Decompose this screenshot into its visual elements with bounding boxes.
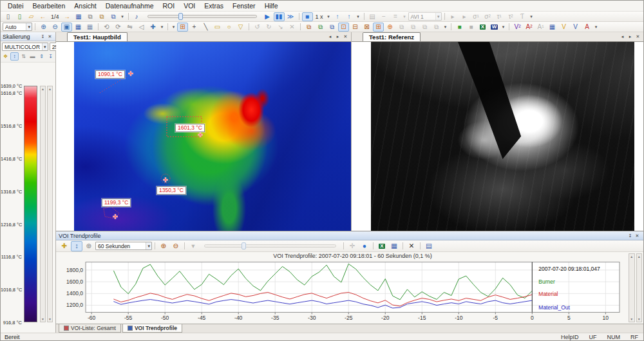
redo-roi-icon[interactable]: ↻: [263, 23, 274, 32]
tab-referenz[interactable]: Test1: Referenz: [363, 32, 421, 41]
time-slider[interactable]: [204, 244, 336, 248]
shrink-range-icon[interactable]: ↧: [46, 52, 55, 61]
voi-up-icon[interactable]: V: [570, 23, 581, 32]
zoom-in-icon[interactable]: ⊕: [38, 23, 49, 32]
temperature-annotation[interactable]: 1199,3 °C: [102, 199, 131, 207]
export-image-icon[interactable]: ⧉: [97, 12, 108, 21]
step-up-icon[interactable]: ↑: [332, 12, 343, 21]
autoscale-chart-icon[interactable]: ↕: [71, 241, 82, 251]
stat-tau2-icon[interactable]: τ²: [506, 12, 516, 21]
play-dropdown-icon[interactable]: ▾: [355, 12, 361, 21]
arrow-up-icon[interactable]: ▲: [48, 87, 52, 91]
clear-trend-icon[interactable]: ✕: [406, 241, 417, 251]
zoom-out-icon[interactable]: ⊖: [50, 23, 61, 32]
stat-tau1-icon[interactable]: τ¹: [494, 12, 505, 21]
stop-icon[interactable]: ■: [302, 12, 313, 21]
fast-forward-icon[interactable]: ≫: [285, 12, 296, 21]
export-excel-icon[interactable]: X: [477, 23, 488, 32]
profile-zoom-out-icon[interactable]: ⊖: [170, 241, 182, 251]
pan-dropdown-icon[interactable]: ▾: [159, 23, 165, 32]
stat-sigma2-icon[interactable]: σ²: [482, 12, 493, 21]
crosshair-marker[interactable]: [163, 177, 168, 182]
voi-down-icon[interactable]: V: [558, 23, 569, 32]
add-roi-icon[interactable]: ⊞: [177, 23, 188, 32]
pan-icon[interactable]: ✚: [147, 23, 158, 32]
voi-dropdown-icon[interactable]: ▾: [593, 23, 599, 32]
trend-table-icon[interactable]: ▦: [388, 241, 400, 251]
link-images-icon[interactable]: ▤: [367, 12, 378, 21]
show-legend-icon[interactable]: ●: [359, 241, 370, 251]
arrow-down-icon[interactable]: ▼: [630, 317, 633, 321]
slider-thumb[interactable]: [178, 13, 183, 20]
pan-chart-icon[interactable]: ✚: [59, 241, 70, 251]
menu-item-hilfe[interactable]: Hilfe: [260, 1, 283, 10]
pin-icon[interactable]: ↧: [627, 232, 634, 239]
palette-icon[interactable]: ❖: [1, 52, 10, 61]
trend-y-scrollbar[interactable]: ▲▼: [629, 253, 635, 322]
menu-item-datei[interactable]: Datei: [3, 1, 28, 10]
voi-a1-icon[interactable]: A¹: [535, 23, 546, 32]
colorbar[interactable]: [24, 86, 37, 322]
draw-line-icon[interactable]: ╲: [200, 23, 211, 32]
tab-next-icon[interactable]: ▸: [334, 34, 341, 41]
copy-image-icon[interactable]: ⧉: [85, 12, 96, 21]
trend-tab-voi-trendprofile[interactable]: VOI Trendprofile: [122, 324, 182, 333]
next-frame-icon[interactable]: →: [62, 12, 73, 21]
voi-a2-icon[interactable]: A²: [524, 23, 535, 32]
close-icon[interactable]: ✕: [634, 34, 641, 41]
cursor-marker-icon[interactable]: ▾: [187, 241, 199, 251]
file-dropdown-icon[interactable]: ▾: [120, 12, 126, 21]
menu-item-bearbeiten[interactable]: Bearbeiten: [28, 1, 70, 10]
profile-zoom-in-icon[interactable]: ⊕: [158, 241, 169, 251]
autoscale-icon[interactable]: ↕: [10, 52, 19, 61]
roi-group2-icon[interactable]: ⧉: [408, 23, 419, 32]
subtract-icon[interactable]: −: [379, 12, 390, 21]
slider-thumb[interactable]: [242, 242, 246, 249]
snap-cursor-icon[interactable]: ✛: [346, 241, 358, 251]
menu-item-voi[interactable]: VOI: [179, 1, 200, 10]
roi-apply-icon[interactable]: ⊞: [373, 23, 384, 32]
export-word-icon[interactable]: W: [489, 23, 500, 32]
arrow-down-icon[interactable]: ▼: [41, 317, 44, 321]
undo-roi-icon[interactable]: ↺: [252, 23, 263, 32]
fixed-range-icon[interactable]: ▬: [28, 52, 37, 61]
menu-item-datenaufnahme[interactable]: Datenaufnahme: [101, 1, 158, 10]
arrow-down-icon[interactable]: ▼: [638, 317, 641, 321]
menu-item-fenster[interactable]: Fenster: [228, 1, 260, 10]
draw-rectangle-icon[interactable]: ▭: [212, 23, 223, 32]
interval-combo[interactable]: 60 Sekunden▾: [95, 242, 152, 250]
export-trend-excel-icon[interactable]: X: [376, 241, 388, 251]
speed-dropdown-icon[interactable]: ▾: [326, 12, 332, 21]
position-slider[interactable]: [147, 15, 257, 18]
pin-icon[interactable]: ↧: [39, 33, 46, 40]
temperature-annotation[interactable]: 1090,1 °C: [95, 70, 125, 79]
paste-roi-icon[interactable]: ⧉: [315, 23, 326, 32]
menu-item-ansicht[interactable]: Ansicht: [70, 1, 100, 10]
half-size-icon[interactable]: ▦: [84, 23, 95, 32]
auto-scale-combo[interactable]: Auto▾: [3, 23, 32, 31]
menu-item-roi[interactable]: ROI: [158, 1, 179, 10]
voi-delete-icon[interactable]: A: [582, 23, 592, 32]
new-document-icon[interactable]: ▯: [3, 12, 14, 21]
delete-roi-icon[interactable]: ✕: [287, 23, 298, 32]
roi-mode-dropdown-icon[interactable]: ▾: [171, 23, 176, 32]
pause-icon[interactable]: ▮▮: [274, 12, 285, 21]
avi-record-icon[interactable]: ▸: [459, 12, 470, 21]
temperature-annotation[interactable]: 1350,3 °C: [156, 186, 186, 195]
open-folder-icon[interactable]: ▱: [26, 12, 37, 21]
duplicate-roi-icon[interactable]: ⧉: [327, 23, 337, 32]
tab-next-icon[interactable]: ▸: [627, 34, 634, 41]
roi-new-icon[interactable]: ⊕: [384, 23, 395, 32]
expand-range-icon[interactable]: ⇕: [37, 52, 46, 61]
roi-in-icon[interactable]: ⊡: [338, 23, 349, 32]
menu-item-extras[interactable]: Extras: [200, 1, 228, 10]
arrow-up-icon[interactable]: ▲: [638, 255, 641, 258]
trend-tab-voi-liste-gesamt[interactable]: VOI-Liste: Gesamt: [59, 324, 121, 333]
arrow-down-icon[interactable]: ▼: [48, 317, 52, 321]
audio-icon[interactable]: ♪: [131, 12, 142, 21]
export-report-icon[interactable]: ⧉: [108, 12, 119, 21]
roi-group3-icon[interactable]: ⧉: [419, 23, 430, 32]
subtract-dropdown-icon[interactable]: ▾: [402, 12, 408, 21]
voi-v2-icon[interactable]: V²: [512, 23, 523, 32]
play-icon[interactable]: ▶: [262, 12, 273, 21]
